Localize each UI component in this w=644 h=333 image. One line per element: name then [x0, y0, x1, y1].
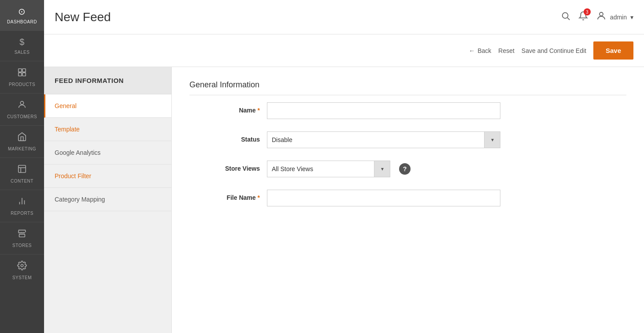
- svg-rect-0: [19, 69, 22, 72]
- svg-rect-1: [22, 69, 26, 72]
- svg-point-15: [600, 12, 603, 16]
- admin-name: admin: [610, 14, 627, 21]
- save-continue-button[interactable]: Save and Continue Edit: [522, 47, 586, 54]
- search-icon[interactable]: [561, 11, 570, 23]
- name-control: [267, 102, 500, 119]
- sidebar-item-system[interactable]: SYSTEM: [0, 254, 44, 286]
- reports-icon: [17, 196, 27, 208]
- status-value: Disable: [267, 134, 484, 146]
- notification-bell[interactable]: 3: [578, 11, 588, 23]
- sidebar-item-products[interactable]: PRODUCTS: [0, 61, 44, 93]
- sidebar-item-label: CUSTOMERS: [7, 114, 37, 119]
- file-name-input[interactable]: [267, 190, 500, 206]
- sidebar-item-dashboard[interactable]: ⊙ DASHBOARD: [0, 0, 44, 30]
- store-views-wrapper: All Store Views ▾ ?: [267, 161, 500, 177]
- left-nav-item-category-mapping[interactable]: Category Mapping: [44, 188, 171, 211]
- action-bar: ← Back Reset Save and Continue Edit Save: [44, 34, 644, 67]
- name-label: Name*: [189, 102, 260, 114]
- sidebar-item-stores[interactable]: STORES: [0, 222, 44, 254]
- sidebar-item-label: PRODUCTS: [9, 82, 35, 87]
- form-area: General Information Name* Status Disable…: [172, 67, 644, 333]
- svg-rect-11: [19, 234, 25, 237]
- back-button[interactable]: ← Back: [469, 47, 491, 54]
- name-input[interactable]: [267, 102, 500, 119]
- back-arrow-icon: ←: [469, 47, 475, 54]
- store-views-value: All Store Views: [267, 163, 374, 175]
- content-area: FEED INFORMATION General Template Google…: [44, 67, 644, 333]
- svg-rect-2: [19, 73, 22, 76]
- store-views-help-icon[interactable]: ?: [399, 163, 411, 175]
- store-views-dropdown-icon[interactable]: ▾: [374, 161, 390, 177]
- reset-button[interactable]: Reset: [498, 47, 514, 54]
- store-views-control: All Store Views ▾ ?: [267, 161, 500, 177]
- sidebar-item-content[interactable]: CONTENT: [0, 157, 44, 190]
- left-nav-item-general[interactable]: General: [44, 94, 171, 118]
- stores-icon: [17, 228, 27, 240]
- admin-avatar-icon: [596, 11, 607, 24]
- store-views-select[interactable]: All Store Views ▾: [267, 161, 390, 177]
- left-nav-item-template[interactable]: Template: [44, 118, 171, 141]
- sidebar-item-reports[interactable]: REPORTS: [0, 190, 44, 222]
- sidebar-item-label: CONTENT: [11, 179, 33, 183]
- left-nav: FEED INFORMATION General Template Google…: [44, 67, 172, 333]
- page-title: New Feed: [55, 10, 111, 24]
- marketing-icon: [17, 132, 27, 144]
- form-section-title: General Information: [189, 80, 626, 95]
- file-name-label: File Name*: [189, 190, 260, 201]
- sidebar-item-label: SYSTEM: [12, 275, 32, 280]
- sidebar: ⊙ DASHBOARD $ SALES PRODUCTS CUSTOMERS M…: [0, 0, 44, 333]
- svg-point-12: [21, 264, 23, 267]
- top-header: New Feed 3 admin ▾: [44, 0, 644, 34]
- sales-icon: $: [19, 37, 25, 47]
- left-nav-header: FEED INFORMATION: [44, 67, 171, 94]
- svg-line-14: [567, 18, 570, 20]
- svg-rect-5: [19, 165, 26, 173]
- admin-user-menu[interactable]: admin ▾: [596, 11, 633, 24]
- file-name-field-row: File Name*: [189, 190, 626, 206]
- file-name-control: [267, 190, 500, 206]
- sidebar-item-label: MARKETING: [8, 146, 36, 151]
- status-dropdown-icon[interactable]: ▾: [484, 132, 500, 148]
- status-label: Status: [189, 131, 260, 143]
- customers-icon: [17, 100, 27, 112]
- products-icon: [17, 67, 27, 79]
- svg-point-13: [563, 13, 568, 19]
- sidebar-item-label: SALES: [15, 50, 30, 55]
- sidebar-item-label: REPORTS: [11, 211, 33, 216]
- sidebar-item-customers[interactable]: CUSTOMERS: [0, 93, 44, 125]
- admin-dropdown-icon: ▾: [630, 14, 633, 21]
- name-field-row: Name*: [189, 102, 626, 119]
- content-icon: [17, 164, 27, 176]
- left-nav-item-product-filter[interactable]: Product Filter: [44, 165, 171, 188]
- name-required: *: [258, 107, 260, 114]
- svg-point-4: [20, 101, 23, 105]
- sidebar-item-marketing[interactable]: MARKETING: [0, 125, 44, 157]
- file-name-required: *: [258, 194, 260, 201]
- save-button[interactable]: Save: [593, 41, 633, 60]
- sidebar-item-sales[interactable]: $ SALES: [0, 30, 44, 61]
- store-views-label: Store Views: [189, 161, 260, 172]
- store-views-field-row: Store Views All Store Views ▾ ?: [189, 161, 626, 177]
- dashboard-icon: ⊙: [18, 6, 26, 17]
- status-select[interactable]: Disable ▾: [267, 131, 500, 148]
- system-icon: [17, 261, 27, 273]
- sidebar-item-label: STORES: [12, 243, 32, 248]
- header-actions: 3 admin ▾: [561, 11, 633, 24]
- svg-rect-3: [22, 73, 26, 76]
- status-control: Disable ▾: [267, 131, 500, 148]
- sidebar-item-label: DASHBOARD: [7, 19, 37, 24]
- notification-count: 3: [584, 8, 591, 15]
- left-nav-item-google-analytics[interactable]: Google Analytics: [44, 141, 171, 165]
- back-label: Back: [477, 47, 491, 54]
- main-content: New Feed 3 admin ▾ ← Back Reset Save: [44, 0, 644, 333]
- status-field-row: Status Disable ▾: [189, 131, 626, 148]
